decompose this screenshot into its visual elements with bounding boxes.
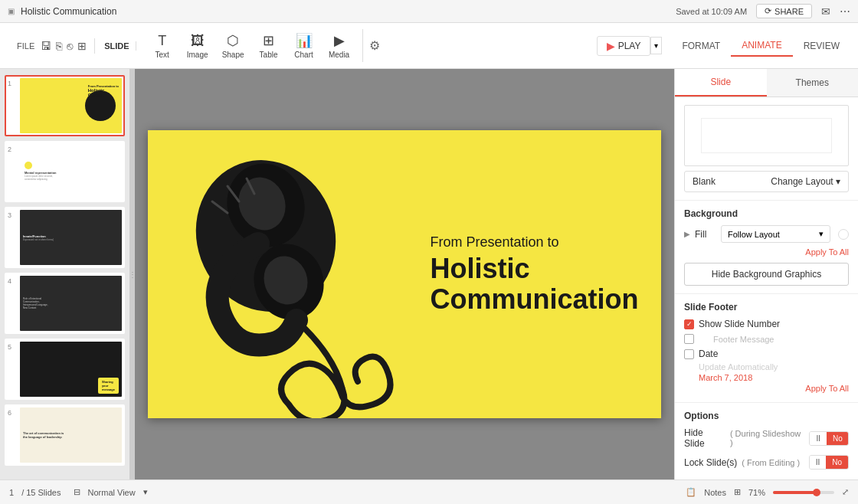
- slide-title: Holistic Communication: [431, 254, 647, 314]
- hide-slide-sub: ( During Slideshow ): [730, 429, 805, 447]
- page-current: 1: [9, 488, 14, 497]
- zoom-level: 71%: [748, 488, 765, 497]
- lock-slide-row: Lock Slide(s) ( From Editing ) II No: [684, 455, 849, 470]
- tab-review[interactable]: REVIEW: [793, 36, 850, 56]
- tab-animate[interactable]: ANIMATE: [731, 35, 792, 57]
- image-icon: 🖼: [191, 33, 205, 49]
- lock-slide-sub: ( From Editing ): [742, 458, 800, 467]
- toolbar-text-group: T Text 🖼 Image ⬡ Shape ⊞ Table 📊 Chart ▶…: [139, 29, 363, 62]
- slide-thumb-1[interactable]: 1 From Presentation to Holistic Comm.: [5, 75, 125, 136]
- fill-dropdown[interactable]: Follow Layout ▾: [721, 225, 830, 243]
- show-slide-number-label: Show Slide Number: [699, 319, 780, 329]
- zoom-handle[interactable]: [813, 489, 820, 496]
- lock-slide-toggle[interactable]: II No: [809, 455, 849, 470]
- play-button[interactable]: ▶ PLAY: [597, 36, 651, 56]
- top-bar-right: Saved at 10:09 AM ⟳ SHARE ✉ ⋯: [676, 4, 850, 18]
- fill-row: ▶ Fill Follow Layout ▾: [684, 225, 849, 243]
- tab-themes[interactable]: Themes: [767, 69, 859, 97]
- tab-format[interactable]: FORMAT: [671, 36, 731, 56]
- hide-slide-label: Hide Slide: [684, 427, 725, 449]
- more-icon[interactable]: ⋯: [840, 5, 850, 18]
- tab-slide[interactable]: Slide: [675, 69, 767, 97]
- share-icon: ⟳: [765, 6, 771, 16]
- hide-background-button[interactable]: Hide Background Graphics: [684, 263, 849, 286]
- footer-message-row: Footer Message: [684, 334, 849, 344]
- chart-tool-button[interactable]: 📊 Chart: [287, 29, 321, 62]
- notes-label[interactable]: Notes: [704, 488, 726, 497]
- view-icon: ⊟: [74, 487, 80, 497]
- zoom-slider[interactable]: [773, 491, 834, 494]
- layout-section: Blank Change Layout ▾: [675, 97, 858, 201]
- slide-thumb-4[interactable]: 4 Role of IntentionalCommunication,Inter…: [5, 273, 125, 334]
- page-total: / 15 Slides: [21, 488, 61, 497]
- slide-panel: 1 From Presentation to Holistic Comm. 2: [0, 69, 130, 479]
- background-title: Background: [684, 208, 849, 219]
- toggle-no-button[interactable]: No: [827, 432, 849, 445]
- slide-thumb-5[interactable]: 5 Sharingyourmessage: [5, 339, 125, 400]
- fill-expand-icon[interactable]: ▶: [684, 230, 690, 238]
- text-tool-button[interactable]: T Text: [146, 30, 179, 62]
- date-row: Date: [684, 349, 849, 359]
- hide-slide-row: Hide Slide ( During Slideshow ) II No: [684, 427, 849, 449]
- footer-message-checkbox[interactable]: [684, 334, 694, 344]
- zoom-fit-icon[interactable]: ⤢: [842, 487, 849, 497]
- slide-preview-3: Innate/Function Expressed not in sheer f…: [20, 210, 122, 265]
- slide-from-text: From Presentation to: [431, 234, 647, 250]
- bottom-bar: 1 / 15 Slides ⊟ Normal View ▾ 📋 Notes ⊞ …: [0, 479, 858, 504]
- mail-icon[interactable]: ✉: [821, 5, 830, 18]
- media-tool-button[interactable]: ▶ Media: [323, 29, 356, 62]
- toolbar-icon4[interactable]: ⊞: [76, 38, 88, 54]
- footer-apply-to-all[interactable]: Apply To All: [684, 382, 849, 394]
- slide-footer-section: Slide Footer ✓ Show Slide Number Footer …: [675, 294, 858, 403]
- toolbar-icon2[interactable]: ⎘: [54, 38, 64, 54]
- toolbar-icon1[interactable]: 🖫: [39, 38, 53, 54]
- media-icon: ▶: [334, 32, 345, 49]
- toggle-ii-button[interactable]: II: [810, 432, 827, 445]
- slide-preview-1: From Presentation to Holistic Comm.: [20, 78, 122, 133]
- slide-canvas[interactable]: From Presentation to Holistic Communicat…: [148, 130, 661, 418]
- slide-preview-5: Sharingyourmessage: [20, 342, 122, 397]
- view-label[interactable]: Normal View: [88, 488, 136, 497]
- slide-thumb-6[interactable]: 6 The art of communication isthe languag…: [5, 404, 125, 466]
- app-logo: ▣: [8, 7, 15, 15]
- settings-button[interactable]: ⚙: [366, 35, 383, 56]
- window-title: Holistic Communication: [21, 6, 116, 17]
- slide-text-area: From Presentation to Holistic Communicat…: [431, 219, 662, 329]
- slide-thumb-2[interactable]: 2 Mental representation Lorem ipsum dolo…: [5, 141, 125, 202]
- layout-icon[interactable]: ⊞: [734, 487, 741, 497]
- bottom-bar-right: 📋 Notes ⊞ 71% ⤢: [686, 487, 849, 497]
- file-label[interactable]: FILE: [14, 41, 38, 51]
- slide-label-group: SLIDE: [98, 41, 136, 51]
- table-tool-button[interactable]: ⊞ Table: [252, 29, 286, 62]
- zoom-fill: [773, 491, 817, 494]
- toolbar: FILE 🖫 ⎘ ⎋ ⊞ SLIDE T Text 🖼 Image ⬡ Shap…: [0, 23, 858, 69]
- date-checkbox[interactable]: [684, 349, 694, 359]
- options-title: Options: [684, 411, 849, 421]
- change-layout-button[interactable]: Blank Change Layout ▾: [684, 171, 849, 192]
- play-dropdown-arrow[interactable]: ▾: [650, 37, 662, 54]
- text-label: Text: [155, 51, 169, 59]
- show-slide-number-checkbox[interactable]: ✓: [684, 319, 694, 329]
- image-label: Image: [187, 51, 208, 59]
- lock-toggle-ii-button[interactable]: II: [810, 456, 827, 469]
- toolbar-icon3[interactable]: ⎋: [65, 38, 74, 54]
- saved-status: Saved at 10:09 AM: [676, 7, 747, 16]
- layout-preview: [684, 105, 849, 166]
- play-icon: ▶: [607, 40, 615, 52]
- phone-illustration: [166, 130, 411, 418]
- fill-color-swatch[interactable]: [838, 229, 849, 240]
- chart-icon: 📊: [296, 32, 313, 49]
- footer-message-placeholder: Footer Message: [713, 335, 774, 344]
- bg-apply-to-all[interactable]: Apply To All: [684, 246, 849, 258]
- notes-icon: 📋: [686, 487, 696, 497]
- slide-thumb-3[interactable]: 3 Innate/Function Expressed not in sheer…: [5, 207, 125, 268]
- view-dropdown-icon[interactable]: ▾: [143, 487, 148, 497]
- dropdown-chevron-icon: ▾: [819, 229, 824, 239]
- image-tool-button[interactable]: 🖼 Image: [181, 30, 215, 62]
- date-value: March 7, 2018: [699, 373, 849, 382]
- lock-toggle-no-button[interactable]: No: [826, 456, 848, 469]
- share-button[interactable]: ⟳ SHARE: [756, 4, 812, 18]
- shape-tool-button[interactable]: ⬡ Shape: [216, 29, 251, 62]
- table-icon: ⊞: [263, 32, 274, 49]
- hide-slide-toggle[interactable]: II No: [809, 431, 849, 446]
